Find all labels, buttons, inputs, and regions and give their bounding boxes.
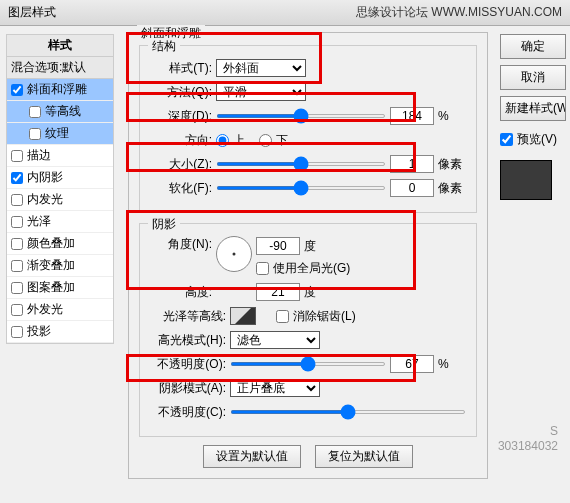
style-item-label: 光泽 [27,213,51,230]
sidebar-item[interactable]: 渐变叠加 [7,255,113,277]
sidebar-item[interactable]: 纹理 [7,123,113,145]
sidebar-item[interactable]: 描边 [7,145,113,167]
style-checkbox[interactable] [29,106,41,118]
preview-swatch [500,160,552,200]
style-checkbox[interactable] [11,260,23,272]
hopacity-input[interactable] [390,355,434,373]
altitude-unit: 度 [304,284,332,301]
style-row: 样式(T): 外斜面 [150,58,466,78]
hopacity-slider[interactable] [230,362,386,366]
content-panel: 斜面和浮雕 结构 样式(T): 外斜面 方法(Q): 平滑 深度(D): [120,26,496,503]
altitude-input[interactable] [256,283,300,301]
hmode-label: 高光模式(H): [150,332,226,349]
sidebar-header: 样式 [6,34,114,57]
sopacity-slider[interactable] [230,410,466,414]
style-select[interactable]: 外斜面 [216,59,306,77]
preview-label: 预览(V) [517,131,557,148]
depth-unit: % [438,109,466,123]
size-row: 大小(Z): 像素 [150,154,466,174]
sidebar-item[interactable]: 内阴影 [7,167,113,189]
style-checkbox[interactable] [11,150,23,162]
window-title: 图层样式 [8,4,356,21]
contour-label: 光泽等高线: [150,308,226,325]
soften-unit: 像素 [438,180,466,197]
footer-buttons: 设置为默认值 复位为默认值 [139,445,477,468]
technique-row: 方法(Q): 平滑 [150,82,466,102]
smode-select[interactable]: 正片叠底 [230,379,320,397]
style-checkbox[interactable] [11,84,23,96]
style-checkbox[interactable] [11,326,23,338]
antialias-checkbox[interactable] [276,310,289,323]
hopacity-unit: % [438,357,466,371]
style-list: 斜面和浮雕等高线纹理描边内阴影内发光光泽颜色叠加渐变叠加图案叠加外发光投影 [6,79,114,344]
contour-row: 光泽等高线: 消除锯齿(L) [150,306,466,326]
antialias-label: 消除锯齿(L) [293,308,356,325]
angle-input[interactable] [256,237,300,255]
smode-label: 阴影模式(A): [150,380,226,397]
blend-options[interactable]: 混合选项:默认 [6,57,114,79]
global-light-checkbox[interactable] [256,262,269,275]
angle-unit: 度 [304,238,332,255]
size-input[interactable] [390,155,434,173]
sidebar-item[interactable]: 内发光 [7,189,113,211]
sidebar-item[interactable]: 颜色叠加 [7,233,113,255]
direction-row: 方向: 上 下 [150,130,466,150]
style-checkbox[interactable] [29,128,41,140]
style-checkbox[interactable] [11,282,23,294]
style-item-label: 描边 [27,147,51,164]
sidebar-item[interactable]: 外发光 [7,299,113,321]
hopacity-label: 不透明度(O): [150,356,226,373]
depth-input[interactable] [390,107,434,125]
preview-checkbox[interactable] [500,133,513,146]
style-item-label: 斜面和浮雕 [27,81,87,98]
style-checkbox[interactable] [11,238,23,250]
angle-label: 角度(N): [150,236,212,253]
style-checkbox[interactable] [11,194,23,206]
structure-fieldset: 结构 样式(T): 外斜面 方法(Q): 平滑 深度(D): % [139,45,477,213]
smode-row: 阴影模式(A): 正片叠底 [150,378,466,398]
dialog-buttons: 确定 取消 新建样式(W 预览(V) [496,26,570,503]
style-item-label: 颜色叠加 [27,235,75,252]
style-checkbox[interactable] [11,304,23,316]
style-item-label: 外发光 [27,301,63,318]
depth-row: 深度(D): % [150,106,466,126]
size-label: 大小(Z): [150,156,212,173]
sidebar-item[interactable]: 图案叠加 [7,277,113,299]
sidebar-item[interactable]: 斜面和浮雕 [7,79,113,101]
cancel-button[interactable]: 取消 [500,65,566,90]
style-item-label: 内发光 [27,191,63,208]
dir-down-radio[interactable] [259,134,272,147]
dir-up-radio[interactable] [216,134,229,147]
soften-label: 软化(F): [150,180,212,197]
sopacity-row: 不透明度(C): [150,402,466,422]
hmode-select[interactable]: 滤色 [230,331,320,349]
altitude-label: 高度: [150,284,212,301]
soften-input[interactable] [390,179,434,197]
hmode-row: 高光模式(H): 滤色 [150,330,466,350]
new-style-button[interactable]: 新建样式(W [500,96,566,121]
hopacity-row: 不透明度(O): % [150,354,466,374]
style-checkbox[interactable] [11,216,23,228]
bevel-fieldset: 斜面和浮雕 结构 样式(T): 外斜面 方法(Q): 平滑 深度(D): [128,32,488,479]
style-checkbox[interactable] [11,172,23,184]
contour-picker[interactable] [230,307,256,325]
size-unit: 像素 [438,156,466,173]
sidebar-item[interactable]: 投影 [7,321,113,343]
depth-slider[interactable] [216,114,386,118]
sidebar-item[interactable]: 光泽 [7,211,113,233]
shading-fieldset: 阴影 角度(N): 度 使用全局光(G) [139,223,477,437]
soften-slider[interactable] [216,186,386,190]
structure-legend: 结构 [148,38,180,55]
sidebar-item[interactable]: 等高线 [7,101,113,123]
technique-select[interactable]: 平滑 [216,83,306,101]
altitude-row: 高度: 度 [150,282,466,302]
reset-default-button[interactable]: 复位为默认值 [315,445,413,468]
size-slider[interactable] [216,162,386,166]
make-default-button[interactable]: 设置为默认值 [203,445,301,468]
ok-button[interactable]: 确定 [500,34,566,59]
angle-dial[interactable] [216,236,252,272]
style-item-label: 渐变叠加 [27,257,75,274]
style-item-label: 纹理 [45,125,69,142]
style-sidebar: 样式 混合选项:默认 斜面和浮雕等高线纹理描边内阴影内发光光泽颜色叠加渐变叠加图… [0,26,120,503]
soften-row: 软化(F): 像素 [150,178,466,198]
